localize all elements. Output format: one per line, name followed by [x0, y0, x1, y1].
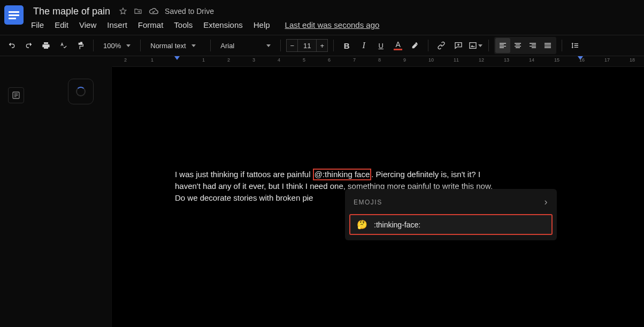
toolbar-divider [333, 40, 334, 51]
insert-comment-button[interactable] [451, 38, 466, 53]
ruler-tick: 2 [227, 57, 230, 63]
align-group [494, 37, 556, 54]
emoji-code-label: :thinking-face: [374, 220, 420, 229]
ruler-tick: 17 [604, 57, 610, 63]
ruler-tick: 16 [579, 57, 585, 63]
emoji-suggestion-popup: EMOJIS › 🤔 :thinking-face: [345, 189, 557, 240]
italic-button[interactable]: I [356, 38, 371, 53]
line-spacing-button[interactable] [568, 38, 582, 53]
cloud-saved-icon[interactable] [149, 6, 158, 16]
font-size-increase[interactable]: + [316, 39, 328, 52]
font-size-decrease[interactable]: − [286, 39, 298, 52]
underline-button[interactable]: U [373, 38, 388, 53]
font-size-control: − 11 + [286, 39, 328, 52]
insert-image-button[interactable] [468, 38, 483, 53]
emoji-suggestion-item[interactable]: 🤔 :thinking-face: [349, 214, 553, 235]
ruler-tick: 9 [403, 57, 406, 63]
ruler-tick: 12 [479, 57, 484, 63]
menu-file[interactable]: File [31, 20, 44, 29]
paragraph-style-select[interactable]: Normal text [146, 38, 205, 53]
spinner-icon [76, 87, 86, 96]
ruler-tick: 7 [353, 57, 356, 63]
ruler-tick: 8 [378, 57, 381, 63]
caret-down-icon [126, 44, 131, 47]
print-button[interactable] [39, 38, 53, 53]
insert-link-button[interactable] [434, 38, 449, 53]
ruler-tick: 1 [151, 57, 154, 63]
document-outline-button[interactable] [8, 87, 24, 103]
menu-extensions[interactable]: Extensions [203, 20, 242, 29]
emoji-popup-heading: EMOJIS [354, 199, 382, 206]
text-run: I was just thinking if tattoos are painf… [175, 170, 313, 179]
saved-status: Saved to Drive [165, 7, 214, 16]
font-select[interactable]: Arial [216, 38, 275, 53]
toolbar-divider [428, 40, 428, 51]
zoom-select[interactable]: 100% [99, 38, 135, 53]
indent-marker-icon[interactable] [174, 56, 180, 60]
toolbar-divider [562, 40, 562, 51]
last-edit-link[interactable]: Last edit was seconds ago [285, 20, 380, 29]
move-icon[interactable] [134, 7, 142, 16]
thinking-face-icon: 🤔 [357, 219, 367, 230]
chevron-right-icon[interactable]: › [545, 196, 549, 208]
document-title[interactable]: The maple of pain [31, 6, 112, 17]
align-justify-button[interactable] [540, 38, 555, 53]
undo-button[interactable] [4, 38, 19, 53]
menu-view[interactable]: View [79, 20, 96, 29]
star-icon[interactable] [119, 7, 127, 16]
toolbar: 100% Normal text Arial − 11 + B I U A [0, 35, 644, 56]
ruler-tick: 15 [554, 57, 559, 63]
ruler-tick: 14 [529, 57, 534, 63]
caret-down-icon [478, 44, 482, 47]
ruler-tick: 13 [504, 57, 509, 63]
align-left-button[interactable] [495, 38, 510, 53]
ruler-tick: 1 [202, 57, 205, 63]
ruler-tick: 6 [328, 57, 331, 63]
toolbar-divider [93, 40, 94, 51]
align-right-button[interactable] [525, 38, 540, 53]
toolbar-divider [280, 40, 281, 51]
toolbar-divider [488, 40, 489, 51]
ruler-tick: 5 [303, 57, 305, 63]
paint-format-button[interactable] [73, 38, 88, 53]
style-value: Normal text [150, 42, 186, 50]
spellcheck-button[interactable] [56, 38, 71, 53]
align-center-button[interactable] [510, 38, 525, 53]
menu-bar: File Edit View Insert Format Tools Exten… [31, 20, 379, 29]
caret-down-icon [266, 44, 271, 47]
ruler-tick: 3 [252, 57, 255, 63]
ruler-tick: 10 [428, 57, 434, 63]
document-page[interactable]: I was just thinking if tattoos are painf… [111, 67, 644, 327]
loading-chip [68, 79, 94, 104]
menu-tools[interactable]: Tools [174, 20, 193, 29]
ruler[interactable]: 2 1 1 2 3 4 5 6 7 8 9 10 11 12 13 14 15 … [112, 56, 644, 67]
font-value: Arial [220, 42, 234, 50]
menu-help[interactable]: Help [254, 20, 270, 29]
text-run: Do we decorate stories with broken pie [175, 193, 313, 202]
caret-down-icon [191, 44, 196, 47]
zoom-value: 100% [103, 42, 121, 50]
menu-insert[interactable]: Insert [107, 20, 127, 29]
bold-button[interactable]: B [339, 38, 354, 53]
highlight-button[interactable] [408, 38, 423, 53]
toolbar-divider [140, 40, 141, 51]
text-color-button[interactable]: A [390, 38, 405, 53]
menu-format[interactable]: Format [138, 20, 164, 29]
ruler-tick: 18 [630, 57, 635, 63]
toolbar-divider [210, 40, 211, 51]
font-size-value[interactable]: 11 [298, 39, 316, 52]
menu-edit[interactable]: Edit [55, 20, 68, 29]
mention-highlight[interactable]: @:thinking face [313, 169, 372, 180]
ruler-tick: 2 [124, 57, 127, 63]
ruler-tick: 4 [278, 57, 280, 63]
ruler-tick: 11 [454, 57, 459, 63]
docs-logo-icon[interactable] [4, 5, 24, 25]
redo-button[interactable] [21, 38, 36, 53]
text-run: . Piercing definitely is, isn't it? I [371, 170, 480, 179]
